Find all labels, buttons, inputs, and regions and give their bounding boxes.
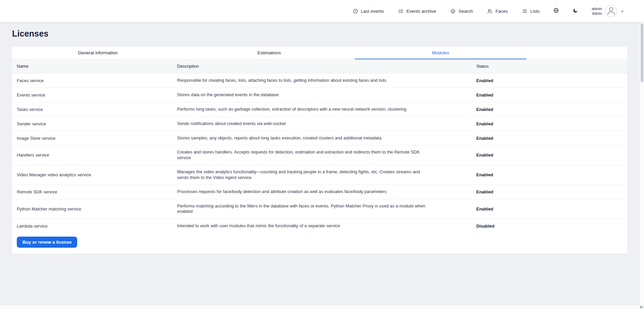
tab-modules[interactable]: Modules xyxy=(355,47,526,59)
cell-name: Sender service xyxy=(17,121,177,126)
scroll-corner-icon xyxy=(639,305,644,309)
table-row: Sender service Sends notifications about… xyxy=(12,117,627,131)
table-row: Remote SDK service Processes requests fo… xyxy=(12,185,627,199)
moon-icon xyxy=(573,8,578,15)
cell-description: Creates and stores handlers. Accepts req… xyxy=(177,149,432,161)
cell-description: Sends notifications about created events… xyxy=(177,121,432,127)
cell-description: Manages the video analytics functionalit… xyxy=(177,169,432,181)
cell-name: Events service xyxy=(17,92,177,98)
cell-description: Performs matching according to the filte… xyxy=(177,203,432,215)
cell-name: Video Manager video analytics service xyxy=(17,172,177,177)
tabs-filler xyxy=(526,47,627,59)
modules-table-body: Faces service Responsible for creating f… xyxy=(12,73,627,233)
chevron-down-icon[interactable] xyxy=(620,9,625,13)
cell-name: Faces service xyxy=(17,78,177,83)
header-status: Status xyxy=(476,64,627,69)
table-row: Lambda service Intended to work with use… xyxy=(12,219,627,233)
cell-description: Processes requests for face/body detecti… xyxy=(177,189,432,195)
search-target-icon xyxy=(450,8,456,14)
tabs: General information Estimations Modules xyxy=(12,47,627,59)
table-row: Image Store service Stores samples, any … xyxy=(12,131,627,145)
avatar[interactable] xyxy=(605,5,617,17)
table-row: Handlers service Creates and stores hand… xyxy=(12,145,627,165)
tab-general-information[interactable]: General information xyxy=(12,47,183,59)
user-menu[interactable]: admin Admin xyxy=(592,5,625,17)
header-name: Name xyxy=(17,64,177,69)
table-row: Video Manager video analytics service Ma… xyxy=(12,165,627,185)
clock-icon xyxy=(353,8,358,14)
vertical-scrollbar[interactable] xyxy=(639,0,644,305)
cell-status: Disabled xyxy=(476,224,627,229)
header-description: Description xyxy=(177,64,476,69)
nav-item-lists[interactable]: Lists xyxy=(522,8,540,14)
vertical-scrollbar-thumb[interactable] xyxy=(641,23,643,82)
cell-description: Stores samples, any objects, reports abo… xyxy=(177,135,432,141)
table-header: Name Description Status xyxy=(12,59,627,73)
cell-status: Enabled xyxy=(476,107,627,112)
lists-icon xyxy=(522,8,528,14)
cell-status: Enabled xyxy=(476,172,627,177)
cell-name: Image Store service xyxy=(17,136,177,141)
cell-name: Remote SDK service xyxy=(17,189,177,194)
top-bar: Last events Events archive Search Faces … xyxy=(0,0,644,22)
cell-status: Enabled xyxy=(476,136,627,141)
cell-status: Enabled xyxy=(476,92,627,98)
table-row: Tasks service Performs long tasks, such … xyxy=(12,102,627,117)
cell-status: Enabled xyxy=(476,152,627,158)
cell-status: Enabled xyxy=(476,78,627,83)
licenses-page: Licenses General information Estimations… xyxy=(0,22,639,305)
user-name: admin xyxy=(592,6,602,11)
table-row: Faces service Responsible for creating f… xyxy=(12,73,627,88)
top-nav: Last events Events archive Search Faces … xyxy=(353,8,540,14)
archive-list-icon xyxy=(398,8,404,14)
cell-status: Enabled xyxy=(476,121,627,126)
cell-name: Tasks service xyxy=(17,107,177,112)
nav-item-last-events[interactable]: Last events xyxy=(353,8,384,14)
user-names: admin Admin xyxy=(592,6,602,16)
cell-description: Performs long tasks, such as garbage col… xyxy=(177,107,432,112)
horizontal-scrollbar[interactable] xyxy=(0,305,639,309)
cell-name: Python Matcher matching service xyxy=(17,206,177,211)
cell-description: Stores data on the generated events in t… xyxy=(177,92,432,98)
cell-description: Intended to work with user modules that … xyxy=(177,223,432,229)
language-button[interactable] xyxy=(553,7,559,15)
table-row: Events service Stores data on the genera… xyxy=(12,88,627,102)
licenses-card: General information Estimations Modules … xyxy=(12,47,627,254)
nav-item-search[interactable]: Search xyxy=(450,8,473,14)
faces-icon xyxy=(487,8,493,14)
person-icon xyxy=(605,5,617,17)
buy-license-button[interactable]: Buy or renew a license xyxy=(17,237,77,248)
tab-estimations[interactable]: Estimations xyxy=(183,47,355,59)
user-role: Admin xyxy=(592,11,602,16)
table-row: Python Matcher matching service Performs… xyxy=(12,199,627,219)
globe-icon xyxy=(553,7,559,15)
nav-item-events-archive[interactable]: Events archive xyxy=(398,8,436,14)
cell-name: Handlers service xyxy=(17,152,177,158)
nav-item-faces[interactable]: Faces xyxy=(487,8,508,14)
theme-toggle-button[interactable] xyxy=(573,8,578,15)
cell-name: Lambda service xyxy=(17,224,177,229)
cell-status: Enabled xyxy=(476,206,627,211)
cell-description: Responsible for creating faces, lists, a… xyxy=(177,78,432,83)
cell-status: Enabled xyxy=(476,189,627,194)
page-title: Licenses xyxy=(12,29,627,39)
